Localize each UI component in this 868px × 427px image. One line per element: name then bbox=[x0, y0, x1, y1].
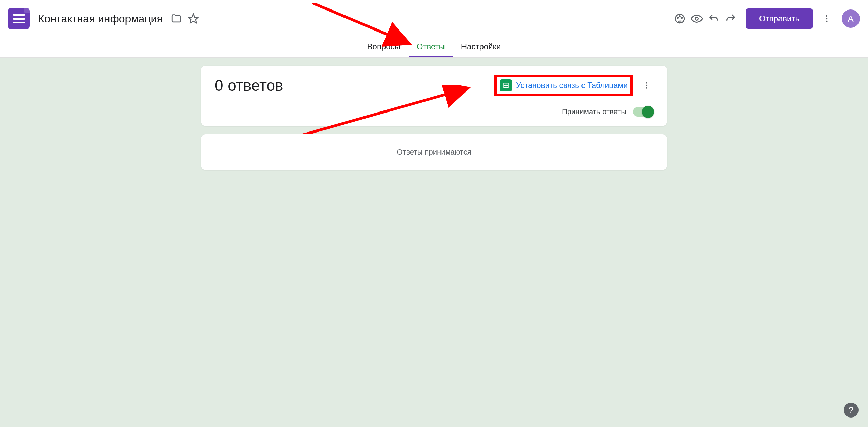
responses-summary-card: 0 ответов Установить связь с Таблицами П… bbox=[201, 66, 667, 126]
document-title[interactable]: Контактная информация bbox=[38, 13, 163, 25]
svg-point-14 bbox=[646, 82, 647, 83]
tabs-bar: Вопросы Ответы Настройки bbox=[0, 37, 868, 58]
link-to-sheets-label: Установить связь с Таблицами bbox=[516, 81, 628, 90]
svg-point-3 bbox=[679, 16, 680, 17]
svg-marker-0 bbox=[189, 14, 198, 23]
svg-point-15 bbox=[646, 85, 647, 86]
folder-icon[interactable] bbox=[170, 12, 183, 25]
avatar[interactable]: А bbox=[842, 9, 860, 28]
responses-status-card: Ответы принимаются bbox=[201, 134, 667, 170]
accepting-responses-toggle[interactable] bbox=[633, 107, 653, 117]
svg-point-6 bbox=[826, 15, 828, 17]
forms-app-icon[interactable] bbox=[8, 8, 30, 29]
svg-point-7 bbox=[826, 18, 828, 20]
sheets-icon bbox=[500, 79, 512, 92]
svg-point-5 bbox=[695, 17, 698, 20]
send-button[interactable]: Отправить bbox=[746, 8, 813, 29]
svg-point-2 bbox=[677, 17, 678, 18]
accepting-responses-label: Принимать ответы bbox=[562, 107, 626, 116]
svg-point-16 bbox=[646, 87, 647, 88]
palette-icon[interactable] bbox=[673, 12, 687, 25]
help-icon[interactable]: ? bbox=[844, 403, 859, 418]
more-icon[interactable] bbox=[820, 12, 833, 25]
star-icon[interactable] bbox=[186, 12, 200, 25]
preview-icon[interactable] bbox=[690, 12, 704, 25]
tab-settings[interactable]: Настройки bbox=[453, 37, 509, 57]
svg-point-4 bbox=[681, 17, 682, 18]
undo-icon[interactable] bbox=[707, 12, 721, 25]
responses-more-icon[interactable] bbox=[640, 79, 653, 92]
svg-point-8 bbox=[826, 21, 828, 22]
tab-questions[interactable]: Вопросы bbox=[359, 37, 409, 57]
responses-status-message: Ответы принимаются bbox=[397, 148, 471, 156]
link-to-sheets[interactable]: Установить связь с Таблицами bbox=[496, 76, 632, 95]
redo-icon[interactable] bbox=[724, 12, 737, 25]
responses-count-title: 0 ответов bbox=[215, 76, 496, 95]
tab-responses[interactable]: Ответы bbox=[409, 37, 453, 57]
